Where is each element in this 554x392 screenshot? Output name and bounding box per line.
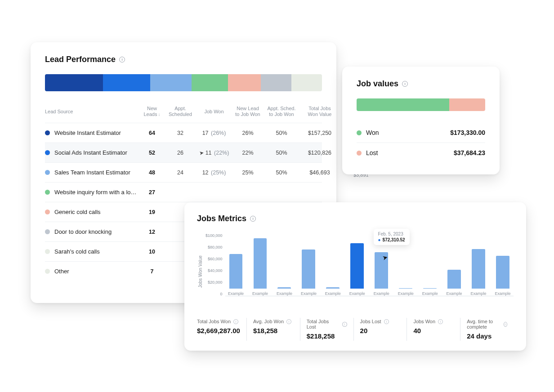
y-axis-ticks: $100,000$80,000$60,000$40,000$20,0000 bbox=[203, 233, 225, 296]
y-tick: $40,000 bbox=[206, 268, 223, 273]
summary-label: Total Jobs Lost i bbox=[307, 319, 347, 330]
bar-x-label: Example bbox=[374, 291, 389, 296]
lead-bar-segment-0[interactable] bbox=[45, 74, 103, 91]
source-color-dot bbox=[45, 269, 50, 274]
bar[interactable] bbox=[350, 243, 364, 289]
table-header: Lead Source New Leads↓ Appt. Scheduled J… bbox=[45, 104, 322, 123]
info-icon[interactable]: i bbox=[286, 319, 291, 324]
table-row[interactable]: Social Ads Instant Estimator5226➤11 (22%… bbox=[45, 143, 322, 162]
bar[interactable] bbox=[229, 254, 243, 289]
col-new-lead-to-job-won[interactable]: New Lead to Job Won bbox=[232, 106, 264, 117]
summary-column: Total Jobs Lost i$218,258 bbox=[300, 318, 353, 341]
bar[interactable] bbox=[277, 287, 291, 289]
job-values-segment-1[interactable] bbox=[449, 98, 485, 111]
summary-column: Jobs Lost i20 bbox=[353, 318, 407, 341]
summary-column: Avg. Job Won i$18,258 bbox=[246, 318, 300, 341]
lead-bar-segment-3[interactable] bbox=[192, 74, 228, 91]
summary-value: $2,669,287.00 bbox=[197, 327, 240, 334]
lead-bar-segment-1[interactable] bbox=[103, 74, 150, 91]
info-icon[interactable]: i bbox=[250, 216, 256, 222]
jobs-metrics-chart: Jobs Won Value $100,000$80,000$60,000$40… bbox=[197, 233, 514, 310]
bar[interactable] bbox=[447, 270, 461, 289]
col-job-won[interactable]: Job Won bbox=[196, 109, 232, 115]
legend-label: Won bbox=[366, 129, 379, 136]
bar-column[interactable]: Example bbox=[493, 256, 513, 296]
bar-column[interactable]: Example bbox=[371, 252, 391, 296]
cell-job-won: 12 (25%) bbox=[196, 169, 232, 176]
cell-nl-pct: 22% bbox=[232, 150, 264, 156]
lead-bar-segment-4[interactable] bbox=[228, 74, 261, 91]
job-values-segment-0[interactable] bbox=[357, 98, 449, 111]
jobs-metrics-title: Jobs Metrics i bbox=[197, 214, 514, 223]
info-icon[interactable]: i bbox=[342, 322, 347, 327]
bar-column[interactable]: Example bbox=[274, 287, 294, 296]
legend-label: Lost bbox=[366, 149, 378, 156]
table-row[interactable]: Website Instant Estimator643217 (26%)26%… bbox=[45, 123, 322, 143]
bar[interactable] bbox=[496, 256, 509, 289]
info-icon[interactable]: i bbox=[233, 319, 238, 324]
cell-job-won: 17 (26%) bbox=[196, 130, 232, 136]
bar-column[interactable]: Example bbox=[226, 254, 246, 296]
bar[interactable] bbox=[302, 249, 315, 289]
source-name: Door to door knocking bbox=[54, 228, 112, 235]
bar-column[interactable]: Example bbox=[469, 249, 488, 296]
lead-bar-segment-6[interactable] bbox=[291, 74, 322, 91]
source-color-dot bbox=[45, 249, 50, 254]
col-total-value[interactable]: Total Jobs Won Value bbox=[299, 106, 340, 117]
table-row[interactable]: Sales Team Instant Estimator482412 (25%)… bbox=[45, 162, 322, 182]
bar-x-label: Example bbox=[471, 291, 487, 296]
title-text: Lead Performance bbox=[45, 55, 116, 64]
lead-source-stacked-bar bbox=[45, 74, 322, 91]
cursor-icon: ➤ bbox=[198, 149, 204, 156]
bar[interactable] bbox=[423, 288, 437, 289]
cell-ap-pct: 50% bbox=[264, 169, 299, 176]
bar-column[interactable]: Example bbox=[396, 288, 416, 296]
col-appt-to-job-won[interactable]: Appt. Sched. to Job Won bbox=[264, 106, 299, 117]
info-icon[interactable]: i bbox=[119, 57, 125, 62]
bar-x-label: Example bbox=[252, 291, 268, 296]
source-name: Website inquiry form with a long … bbox=[54, 189, 139, 196]
summary-label: Avg. Job Won i bbox=[253, 319, 294, 324]
cell-new-leads: 48 bbox=[139, 169, 165, 176]
summary-label: Jobs Lost i bbox=[360, 319, 401, 324]
job-values-bar bbox=[357, 98, 485, 111]
job-value-row: Won$173,330.00 bbox=[357, 123, 485, 143]
source-color-dot bbox=[45, 130, 50, 135]
source-color-dot bbox=[45, 229, 50, 234]
bar-column[interactable]: Example bbox=[250, 238, 270, 296]
bar[interactable] bbox=[326, 287, 340, 289]
source-color-dot bbox=[45, 170, 50, 175]
bar-column[interactable]: Example bbox=[347, 243, 367, 296]
cell-value: $157,250 bbox=[299, 130, 340, 136]
lead-bar-segment-5[interactable] bbox=[261, 74, 291, 91]
info-icon[interactable]: i bbox=[402, 81, 408, 87]
lead-bar-segment-2[interactable] bbox=[150, 74, 192, 91]
info-icon[interactable]: i bbox=[504, 322, 507, 327]
bar[interactable] bbox=[399, 288, 412, 289]
bar[interactable] bbox=[472, 249, 485, 289]
bar-column[interactable]: Example bbox=[323, 287, 343, 296]
col-source[interactable]: Lead Source bbox=[45, 109, 139, 115]
bar-column[interactable]: Example bbox=[420, 288, 440, 296]
source-name: Other bbox=[54, 268, 69, 275]
source-name: Sarah's cold calls bbox=[54, 248, 100, 255]
cell-appt: 24 bbox=[165, 169, 196, 176]
cell-appt: 32 bbox=[165, 130, 196, 136]
source-name: Website Instant Estimator bbox=[54, 129, 121, 136]
col-new-leads[interactable]: New Leads↓ bbox=[139, 106, 165, 117]
bar[interactable] bbox=[254, 238, 267, 289]
info-icon[interactable]: i bbox=[438, 319, 443, 324]
info-icon[interactable]: i bbox=[384, 319, 389, 324]
bar-column[interactable]: Example bbox=[299, 249, 318, 296]
bar-column[interactable]: Example bbox=[444, 270, 464, 296]
source-name: Sales Team Instant Estimator bbox=[54, 169, 130, 176]
job-values-card: Job values i Won$173,330.00Lost$37,684.2… bbox=[342, 67, 500, 174]
bar-area[interactable]: Feb. 5, 2023 ●$72,310.52 ➤ ExampleExampl… bbox=[225, 233, 514, 296]
title-text: Job values bbox=[357, 79, 398, 89]
legend-value: $37,684.23 bbox=[454, 149, 485, 156]
cell-new-leads: 19 bbox=[139, 209, 165, 215]
table-row[interactable]: Website inquiry form with a long …27 bbox=[45, 182, 322, 202]
bar[interactable] bbox=[375, 252, 388, 289]
col-appt-scheduled[interactable]: Appt. Scheduled bbox=[165, 106, 196, 117]
source-color-dot bbox=[45, 209, 50, 214]
